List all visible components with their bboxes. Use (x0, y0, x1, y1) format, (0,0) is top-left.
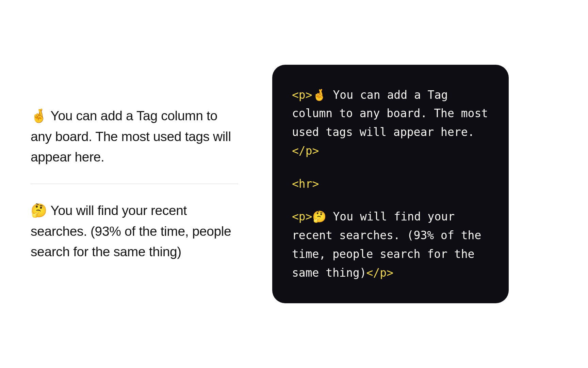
divider (31, 184, 238, 184)
open-p-tag-2: <p> (292, 210, 312, 223)
open-p-tag: <p> (292, 88, 312, 102)
hr-tag: <hr> (292, 177, 319, 190)
code-hr: <hr> (292, 175, 489, 194)
comparison-container: 🤞 You can add a Tag column to any board.… (0, 65, 588, 304)
close-p-tag: </p> (292, 144, 319, 157)
rendered-paragraph-1: 🤞 You can add a Tag column to any board.… (31, 106, 238, 167)
thinking-face-emoji: 🤔 (312, 210, 326, 223)
rendered-paragraph-2: 🤔 You will find your recent searches. (9… (31, 200, 238, 262)
fingers-crossed-emoji: 🤞 (312, 88, 326, 102)
code-paragraph-1: <p>🤞 You can add a Tag column to any boa… (292, 86, 489, 160)
close-p-tag-2: </p> (366, 266, 393, 279)
rendered-output-panel: 🤞 You can add a Tag column to any board.… (31, 106, 238, 262)
code-paragraph-2: <p>🤔 You will find your recent searches.… (292, 208, 489, 282)
code-snippet-panel: <p>🤞 You can add a Tag column to any boa… (272, 65, 509, 304)
